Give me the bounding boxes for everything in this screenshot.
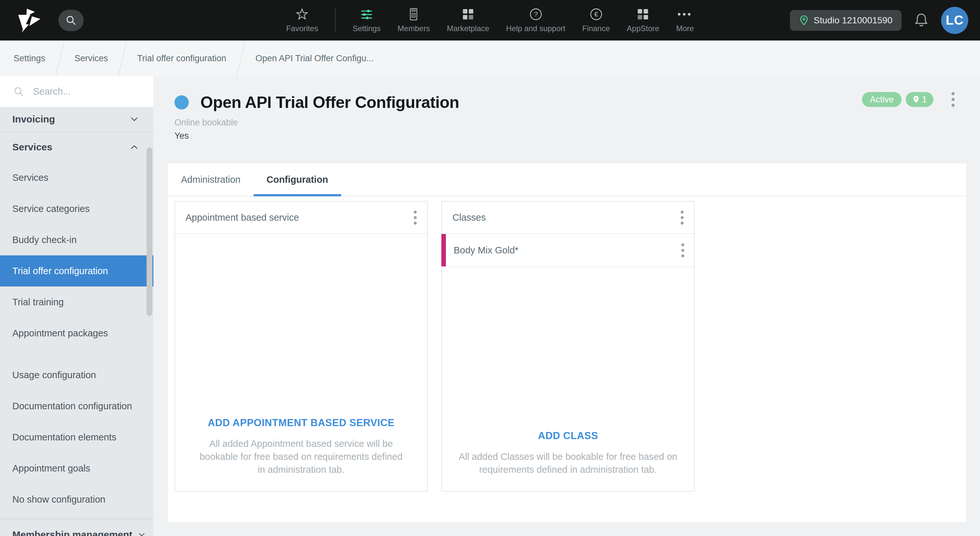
chevron-up-icon <box>129 142 140 153</box>
sidebar-item-trial-training[interactable]: Trial training <box>0 287 153 317</box>
svg-text:?: ? <box>534 10 538 18</box>
breadcrumb: Settings Services Trial offer configurat… <box>0 41 980 76</box>
breadcrumb-current-page: Open API Trial Offer Configu... <box>256 54 374 63</box>
sidebar-item-usage-configuration[interactable]: Usage configuration <box>0 359 153 390</box>
navbar-right: Studio 1210001590 LC <box>790 7 968 34</box>
nav-item-members[interactable]: 8 Members <box>398 8 430 33</box>
breadcrumb-trial-offer-configuration[interactable]: Trial offer configuration <box>137 54 226 63</box>
grid-icon <box>637 8 649 21</box>
navbar-search-button[interactable] <box>58 10 84 31</box>
class-list-item[interactable]: Body Mix Gold* <box>442 234 694 267</box>
sidebar-scrollbar[interactable] <box>146 147 153 316</box>
nav-item-marketplace[interactable]: Marketplace <box>447 8 489 33</box>
sidebar-item-documentation-configuration[interactable]: Documentation configuration <box>0 390 153 422</box>
sidebar-item-service-categories[interactable]: Service categories <box>0 193 153 224</box>
detail-panel: Administration Configuration Appointment… <box>168 163 967 523</box>
sidebar-item-appointment-packages[interactable]: Appointment packages <box>0 317 153 349</box>
add-appointment-based-service-button[interactable]: ADD APPOINTMENT BASED SERVICE <box>208 417 395 429</box>
svg-text:€: € <box>594 11 598 18</box>
breadcrumb-separator <box>236 41 245 76</box>
nav-item-favorites[interactable]: Favorites <box>286 8 318 33</box>
nav-item-finance[interactable]: € Finance <box>582 8 610 33</box>
ellipsis-icon: ••• <box>678 10 693 19</box>
page-title: Open API Trial Offer Configuration <box>200 93 459 112</box>
appointment-card-description: All added Appointment based service will… <box>195 437 407 476</box>
tab-administration[interactable]: Administration <box>168 163 254 196</box>
tab-configuration[interactable]: Configuration <box>254 163 341 196</box>
location-pin-icon <box>799 15 809 26</box>
breadcrumb-services[interactable]: Services <box>75 54 108 63</box>
sidebar-item-appointment-goals[interactable]: Appointment goals <box>0 453 153 484</box>
sidebar-item-no-show-configuration[interactable]: No show configuration <box>0 484 153 515</box>
breadcrumb-separator <box>118 41 127 76</box>
user-avatar[interactable]: LC <box>941 7 968 34</box>
navbar-separator <box>335 8 336 32</box>
location-pin-icon <box>912 95 920 104</box>
navbar-menu: Favorites Settings 8 Members <box>286 0 694 41</box>
class-item-kebab-menu[interactable] <box>679 241 686 259</box>
grid-icon <box>462 8 474 21</box>
main-content: Open API Trial Offer Configuration Onlin… <box>153 76 980 536</box>
sidebar-search <box>0 76 153 107</box>
classes-card-description: All added Classes will be bookable for f… <box>456 450 680 476</box>
member-badge-icon: 8 <box>408 8 420 21</box>
card-title: Appointment based service <box>186 212 299 223</box>
star-icon <box>296 8 309 21</box>
studio-selector[interactable]: Studio 1210001590 <box>790 10 902 31</box>
status-badge: Active <box>862 92 902 107</box>
svg-text:8: 8 <box>413 14 414 17</box>
search-icon <box>13 86 25 98</box>
classes-card-kebab-menu[interactable] <box>679 209 686 227</box>
sidebar-section-services[interactable]: Services <box>0 132 153 162</box>
chevron-down-icon <box>129 114 140 125</box>
sidebar-search-input[interactable] <box>33 86 130 97</box>
search-icon <box>65 14 77 26</box>
sidebar-item-documentation-elements[interactable]: Documentation elements <box>0 422 153 453</box>
sidebar-section-membership-management[interactable]: Membership management <box>0 519 153 536</box>
offer-color-dot <box>175 95 189 109</box>
chevron-down-icon <box>137 530 146 536</box>
help-circle-icon: ? <box>529 8 542 21</box>
nav-item-appstore[interactable]: AppStore <box>627 8 659 33</box>
sidebar-item-trial-offer-configuration[interactable]: Trial offer configuration <box>0 255 153 287</box>
classes-card: Classes Body Mix Gold* ADD CLASS All add… <box>441 201 695 492</box>
appointment-based-service-card: Appointment based service ADD APPOINTMEN… <box>175 201 428 492</box>
breadcrumb-settings[interactable]: Settings <box>14 54 45 63</box>
location-count-badge: 1 <box>906 92 933 107</box>
card-title: Classes <box>452 212 486 223</box>
class-name: Body Mix Gold* <box>454 245 519 256</box>
sidebar-item-services[interactable]: Services <box>0 162 153 193</box>
tab-bar: Administration Configuration <box>168 163 966 197</box>
sliders-icon <box>360 8 373 21</box>
online-bookable-label: Online bookable <box>175 117 980 128</box>
settings-sidebar: Invoicing Services Services Service cate… <box>0 76 153 536</box>
euro-circle-icon: € <box>590 8 603 21</box>
nav-item-help[interactable]: ? Help and support <box>506 8 566 33</box>
breadcrumb-separator <box>55 41 65 76</box>
appointment-card-kebab-menu[interactable] <box>412 209 418 227</box>
nav-item-settings[interactable]: Settings <box>353 8 381 33</box>
online-bookable-value: Yes <box>175 131 980 141</box>
sidebar-section-invoicing[interactable]: Invoicing <box>0 107 153 132</box>
app-logo-icon[interactable] <box>16 6 41 34</box>
notifications-bell-icon[interactable] <box>914 13 929 28</box>
page-kebab-menu[interactable] <box>950 90 957 109</box>
add-class-button[interactable]: ADD CLASS <box>538 430 598 442</box>
top-navbar: Favorites Settings 8 Members <box>0 0 980 41</box>
sidebar-item-buddy-check-in[interactable]: Buddy check-in <box>0 224 153 255</box>
nav-item-more[interactable]: ••• More <box>676 8 694 33</box>
